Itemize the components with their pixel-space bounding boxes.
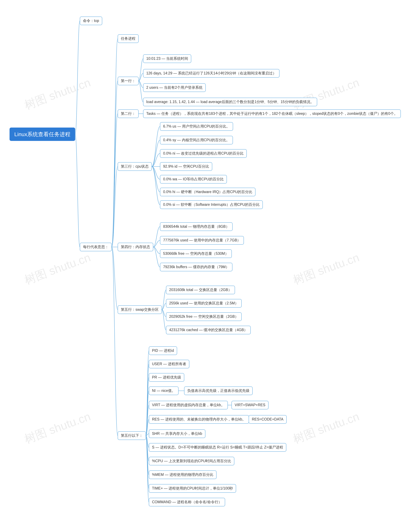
leaf-row3-ni[interactable]: 0.0% ni — 改变过优先级的进程占用CPU的百分比 [160, 149, 247, 158]
leaf-row6-res-note[interactable]: RES=CODE+DATA [249, 415, 287, 424]
leaf-row5-total[interactable]: 2031608k total — 交换区总量（2GB） [166, 286, 235, 294]
leaf-row6-virt[interactable]: VIRT — 进程使用的虚拟内存总量，单位kb。 [149, 401, 228, 409]
leaf-row1-load[interactable]: load average: 1.15, 1.42, 1.44 — load av… [143, 98, 317, 106]
node-tasks-progress[interactable]: 任务进程 [118, 34, 139, 43]
node-row3[interactable]: 第三行：cpu状态 [118, 162, 152, 171]
leaf-row6-user[interactable]: USER — 进程所有者 [149, 360, 189, 368]
node-row5[interactable]: 第五行：swap交换分区 [118, 305, 162, 314]
node-meaning[interactable]: 每行代表意思： [80, 243, 112, 251]
leaf-row5-used[interactable]: 2556k used — 使用的交换区总量（2.5M） [166, 299, 242, 308]
leaf-row5-free[interactable]: 2029052k free — 空闲交换区总量（2GB） [166, 312, 242, 321]
watermark: 树图 shutu.cn [22, 75, 93, 113]
leaf-row4-buffers[interactable]: 79236k buffers — 缓存的内存量（79M） [160, 263, 232, 271]
leaf-row6-pr[interactable]: PR — 进程优先级 [149, 373, 184, 382]
node-cmd[interactable]: 命令：top [80, 16, 102, 25]
leaf-row6-s[interactable]: S — 进程状态。D=不可中断的睡眠状态 R=运行 S=睡眠 T=跟踪/停止 Z… [149, 443, 286, 452]
watermark: 树图 shutu.cn [291, 250, 361, 288]
leaf-row1-time[interactable]: 10:01:23 — 当前系统时间 [143, 54, 191, 63]
leaf-row6-mem[interactable]: %MEM — 进程使用的物理内存百分比 [149, 470, 217, 479]
node-row1[interactable]: 第一行： [118, 77, 139, 85]
watermark: 树图 shutu.cn [22, 250, 93, 288]
leaf-row6-virt-note[interactable]: VIRT=SWAP+RES [232, 401, 268, 409]
leaf-row6-res[interactable]: RES — 进程使用的、未被换出的物理内存大小，单位kb。 [149, 415, 249, 424]
watermark: 树图 shutu.cn [22, 409, 93, 447]
leaf-row6-cpu[interactable]: %CPU — 上次更新到现在的CPU时间占用百分比 [149, 457, 234, 465]
leaf-row3-wa[interactable]: 0.0% wa — IO等待占用CPU的百分比 [160, 175, 227, 183]
leaf-row3-sy[interactable]: 0.4% sy — 内核空间占用CPU的百分比。 [160, 136, 233, 144]
leaf-row6-pid[interactable]: PID — 进程id [149, 346, 177, 355]
node-row6[interactable]: 第五行以下： [118, 431, 146, 440]
watermark: 树图 shutu.cn [291, 75, 361, 113]
root-node[interactable]: Linux系统查看任务进程 [9, 127, 75, 141]
leaf-row6-shr[interactable]: SHR — 共享内存大小，单位kb [149, 429, 205, 438]
leaf-row4-total[interactable]: 8306544k total — 物理内存总量（8GB） [160, 222, 233, 231]
leaf-row3-hi[interactable]: 0.0% hi — 硬中断（Hardware IRQ）占用CPU的百分比 [160, 188, 256, 196]
leaf-row1-users[interactable]: 2 users — 当前有2个用户登录系统 [143, 83, 206, 92]
leaf-row4-used[interactable]: 7775876k used — 使用中的内存总量（7.7GB） [160, 236, 244, 245]
leaf-row5-cached[interactable]: 4231276k cached — 缓冲的交换区总量（4GB） [166, 326, 251, 334]
node-row4[interactable]: 第四行：内存状态 [118, 243, 153, 251]
leaf-row6-ni-note[interactable]: 负值表示高优先级，正值表示低优先级 [184, 387, 253, 395]
node-row2[interactable]: 第二行： [118, 109, 139, 118]
leaf-row4-free[interactable]: 530668k free — 空闲内存总量（530M） [160, 249, 232, 258]
leaf-row6-ni[interactable]: NI — nice值。 [149, 387, 179, 395]
leaf-row6-time[interactable]: TIME+ — 进程使用的CPU时间总计，单位1/100秒 [149, 484, 236, 493]
leaf-row3-si[interactable]: 0.0% si — 软中断（Software Interrupts）占用CPU的… [160, 200, 263, 209]
leaf-row3-id[interactable]: 92.9% id — 空闲CPU百分比 [160, 162, 212, 171]
leaf-row6-command[interactable]: COMMAND — 进程名称（命令名/命令行） [149, 498, 225, 506]
leaf-row2-tasks[interactable]: Tasks — 任务（进程），系统现在共有183个进程，其中处于运行中的有1个，… [143, 109, 401, 118]
leaf-row1-uptime[interactable]: 126 days, 14:29 — 系统已经运行了126天14小时29分钟（在这… [143, 69, 280, 78]
watermark: 树图 shutu.cn [291, 409, 361, 447]
leaf-row3-us[interactable]: 6.7% us — 用户空间占用CPU的百分比。 [160, 122, 233, 131]
